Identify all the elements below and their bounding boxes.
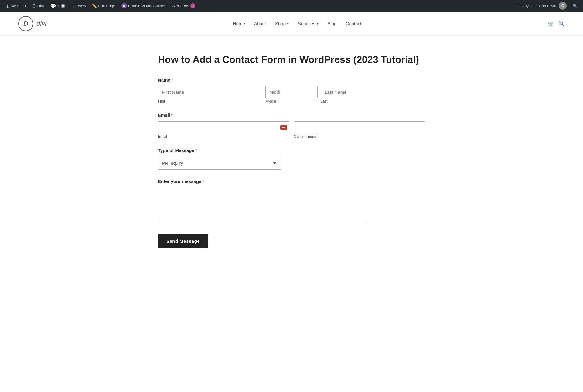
edit-page-item[interactable]: ✏️ Edit Page (90, 0, 118, 12)
first-name-input[interactable] (158, 86, 262, 98)
nav-blog[interactable]: Blog (328, 21, 337, 26)
submit-group: Send Message (158, 234, 425, 248)
my-sites-item[interactable]: ⊕ My Sites (3, 0, 28, 12)
divi-label: Divi (37, 4, 44, 8)
logo-text: divi (36, 20, 46, 28)
message-type-label: Type of Message* (158, 148, 425, 153)
search-icon: 🔍 (573, 4, 578, 8)
nav-icons: 🛒 🔍 (548, 20, 565, 27)
nav-about[interactable]: About (254, 21, 266, 26)
confirm-email-input[interactable] (294, 121, 425, 133)
avatar: C (559, 2, 567, 10)
site-menu: Home About Shop Services Blog Contact (233, 21, 362, 26)
last-name-wrap: Last (321, 86, 425, 103)
email-required: * (171, 113, 173, 118)
confirm-email-wrap: Confirm Email (294, 121, 425, 139)
name-label: Name* (158, 77, 425, 83)
send-button[interactable]: Send Message (158, 234, 208, 248)
comments-badge: 0 (61, 4, 66, 8)
name-fields: First Middle Last (158, 86, 425, 103)
email-dots-icon: ••• (280, 125, 287, 130)
last-name-input[interactable] (321, 86, 425, 98)
middle-name-input[interactable] (265, 86, 318, 98)
main-content: How to Add a Contact Form in WordPress (… (146, 54, 437, 248)
message-textarea[interactable] (158, 188, 368, 224)
pencil-icon: ✏️ (92, 4, 97, 8)
nav-blog-link[interactable]: Blog (328, 21, 337, 26)
name-required: * (171, 77, 173, 83)
cart-icon[interactable]: 🛒 (548, 20, 554, 27)
site-nav: D divi Home About Shop Services Blog Con… (0, 12, 583, 36)
first-name-wrap: First (158, 86, 262, 103)
contact-form: Name* First Middle Last Email* (158, 77, 425, 248)
confirm-email-sublabel: Confirm Email (294, 134, 425, 139)
comments-count-label: 7 (57, 4, 60, 8)
email-sublabel: Email (158, 134, 289, 139)
admin-bar: ⊕ My Sites ⬡ Divi 💬 7 0 ＋ New ✏️ Edit Pa… (0, 0, 583, 12)
howdy-item[interactable]: Howdy, Christina Gwira C (514, 2, 569, 10)
first-sublabel: First (158, 99, 262, 103)
page-title: How to Add a Contact Form in WordPress (… (158, 54, 425, 65)
nav-shop-link[interactable]: Shop (275, 21, 286, 26)
search-item[interactable]: 🔍 (570, 4, 580, 8)
plus-icon: ＋ (71, 2, 77, 9)
last-sublabel: Last (321, 99, 425, 103)
message-group: Enter your message* (158, 179, 425, 225)
middle-name-wrap: Middle (265, 86, 318, 103)
admin-bar-right: Howdy, Christina Gwira C 🔍 (514, 2, 580, 10)
logo-circle: D (18, 16, 33, 31)
email-group: Email* ••• Email Confirm Email (158, 113, 425, 139)
nav-contact-link[interactable]: Contact (346, 21, 362, 26)
email-wrap: ••• Email (158, 121, 289, 139)
enable-vb-item[interactable]: D Enable Visual Builder (119, 0, 168, 12)
wpforms-item[interactable]: WPForms 1 (169, 0, 198, 12)
comments-item[interactable]: 💬 7 0 (48, 0, 68, 12)
site-logo: D divi (18, 16, 46, 31)
message-type-group: Type of Message* PR Inquiry General Inqu… (158, 148, 425, 170)
nav-services-link[interactable]: Services (298, 21, 315, 26)
howdy-label: Howdy, Christina Gwira (517, 4, 557, 8)
wpforms-label: WPForms (172, 4, 189, 8)
name-group: Name* First Middle Last (158, 77, 425, 103)
message-required: * (202, 179, 204, 184)
enable-vb-label: Enable Visual Builder (128, 4, 165, 8)
message-type-required: * (195, 148, 197, 153)
divi-icon: ⬡ (32, 3, 36, 9)
new-item[interactable]: ＋ New (69, 0, 88, 12)
middle-sublabel: Middle (265, 99, 318, 103)
wordpress-icon: ⊕ (5, 3, 9, 9)
divi-d-icon: D (121, 3, 127, 8)
new-label: New (78, 4, 86, 8)
edit-page-label: Edit Page (98, 4, 115, 8)
nav-contact[interactable]: Contact (346, 21, 362, 26)
comments-icon: 💬 (50, 3, 56, 9)
message-label: Enter your message* (158, 179, 425, 184)
nav-home-link[interactable]: Home (233, 21, 245, 26)
email-input[interactable] (158, 121, 289, 133)
email-fields: ••• Email Confirm Email (158, 121, 425, 139)
nav-home[interactable]: Home (233, 21, 245, 26)
wpforms-badge: 1 (190, 3, 195, 8)
email-input-wrap: ••• (158, 121, 289, 133)
nav-search-icon[interactable]: 🔍 (558, 20, 565, 27)
divi-item[interactable]: ⬡ Divi (29, 0, 46, 12)
nav-shop[interactable]: Shop (275, 21, 289, 26)
nav-services[interactable]: Services (298, 21, 319, 26)
email-label: Email* (158, 113, 425, 118)
nav-about-link[interactable]: About (254, 21, 266, 26)
message-type-select[interactable]: PR Inquiry General Inquiry Support Other (158, 157, 281, 170)
my-sites-label: My Sites (11, 4, 26, 8)
logo-letter: D (23, 20, 28, 28)
